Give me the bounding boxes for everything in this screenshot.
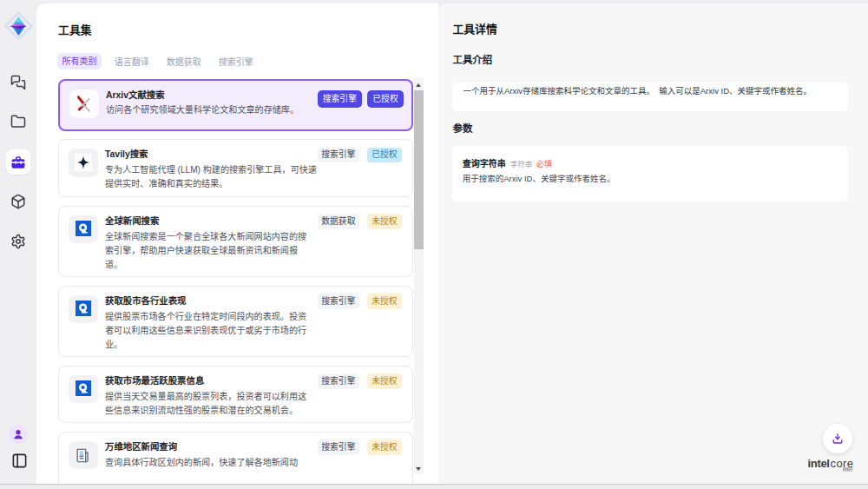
svg-text:ULTRA: ULTRA [844, 467, 854, 471]
svg-text:intel: intel [808, 457, 830, 470]
